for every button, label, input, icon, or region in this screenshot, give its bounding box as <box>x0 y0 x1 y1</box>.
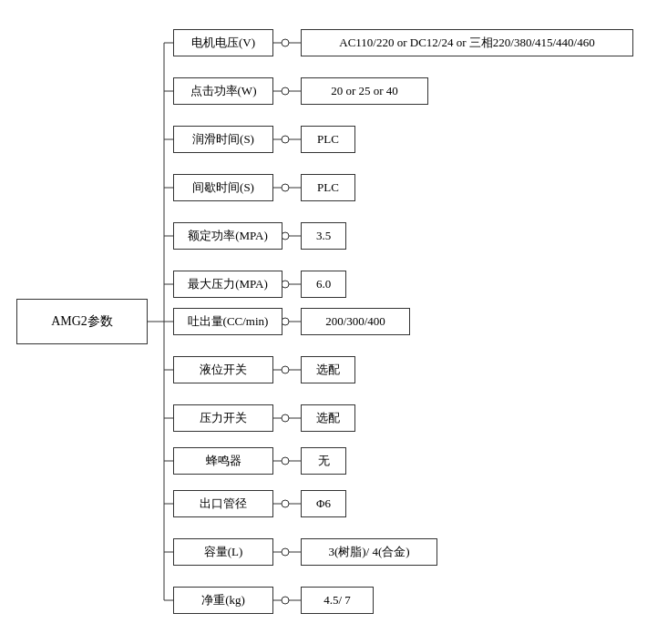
param-label-p6: 最大压力(MPA) <box>188 276 268 292</box>
param-box-p1: 电机电压(V) <box>173 29 273 56</box>
param-label-p12: 容量(L) <box>204 544 243 560</box>
svg-point-28 <box>282 232 289 240</box>
value-box-p5: 3.5 <box>301 222 346 250</box>
svg-point-37 <box>282 366 289 373</box>
svg-point-43 <box>282 457 289 465</box>
svg-point-25 <box>282 184 289 191</box>
value-label-p7: 200/300/400 <box>325 314 385 329</box>
param-label-p10: 蜂鸣器 <box>206 453 241 469</box>
value-label-p1: AC110/220 or DC12/24 or 三相220/380/415/44… <box>339 35 594 51</box>
root-label: AMG2参数 <box>51 313 113 330</box>
value-box-p8: 选配 <box>301 356 355 383</box>
param-label-p3: 润滑时间(S) <box>192 131 254 148</box>
param-box-p2: 点击功率(W) <box>173 77 273 105</box>
value-label-p6: 6.0 <box>316 277 331 291</box>
value-label-p2: 20 or 25 or 40 <box>331 84 398 98</box>
param-box-p11: 出口管径 <box>173 490 273 517</box>
param-label-p11: 出口管径 <box>200 496 247 512</box>
param-box-p9: 压力开关 <box>173 404 273 432</box>
svg-point-46 <box>282 500 289 507</box>
param-box-p6: 最大压力(MPA) <box>173 271 282 298</box>
diagram: AMG2参数 电机电压(V) 点击功率(W) 润滑时间(S) 间歇时间(S) 额… <box>0 0 647 644</box>
svg-point-40 <box>282 414 289 422</box>
value-label-p13: 4.5/ 7 <box>324 593 351 608</box>
svg-point-31 <box>282 281 289 288</box>
value-box-p7: 200/300/400 <box>301 308 410 335</box>
svg-point-22 <box>282 136 289 143</box>
param-box-p5: 额定功率(MPA) <box>173 222 282 250</box>
value-box-p4: PLC <box>301 174 355 201</box>
param-box-p4: 间歇时间(S) <box>173 174 273 201</box>
value-label-p5: 3.5 <box>316 229 331 243</box>
value-label-p10: 无 <box>318 453 330 469</box>
value-box-p3: PLC <box>301 126 355 153</box>
root-box: AMG2参数 <box>16 299 148 344</box>
svg-point-52 <box>282 597 289 604</box>
param-label-p4: 间歇时间(S) <box>192 179 254 196</box>
value-label-p11: Φ6 <box>316 496 331 511</box>
param-label-p8: 液位开关 <box>200 362 247 378</box>
value-label-p4: PLC <box>317 180 339 195</box>
param-box-p13: 净重(kg) <box>173 587 273 614</box>
param-label-p2: 点击功率(W) <box>190 83 257 99</box>
param-box-p7: 吐出量(CC/min) <box>173 308 282 335</box>
value-label-p9: 选配 <box>316 410 340 426</box>
param-label-p13: 净重(kg) <box>201 592 245 608</box>
value-box-p9: 选配 <box>301 404 355 432</box>
value-box-p12: 3(树脂)/ 4(合金) <box>301 538 437 566</box>
param-box-p3: 润滑时间(S) <box>173 126 273 153</box>
param-box-p8: 液位开关 <box>173 356 273 383</box>
svg-point-49 <box>282 548 289 556</box>
svg-point-34 <box>282 318 289 325</box>
param-label-p9: 压力开关 <box>200 410 247 426</box>
param-label-p5: 额定功率(MPA) <box>188 228 268 244</box>
value-label-p8: 选配 <box>316 362 340 378</box>
value-box-p1: AC110/220 or DC12/24 or 三相220/380/415/44… <box>301 29 633 56</box>
value-box-p2: 20 or 25 or 40 <box>301 77 428 105</box>
svg-point-16 <box>282 39 289 46</box>
value-box-p10: 无 <box>301 447 346 475</box>
param-box-p12: 容量(L) <box>173 538 273 566</box>
param-box-p10: 蜂鸣器 <box>173 447 273 475</box>
value-box-p13: 4.5/ 7 <box>301 587 374 614</box>
value-box-p11: Φ6 <box>301 490 346 517</box>
param-label-p7: 吐出量(CC/min) <box>188 313 269 330</box>
value-box-p6: 6.0 <box>301 271 346 298</box>
value-label-p12: 3(树脂)/ 4(合金) <box>328 544 409 560</box>
svg-point-19 <box>282 87 289 95</box>
value-label-p3: PLC <box>317 132 339 147</box>
param-label-p1: 电机电压(V) <box>191 35 255 51</box>
